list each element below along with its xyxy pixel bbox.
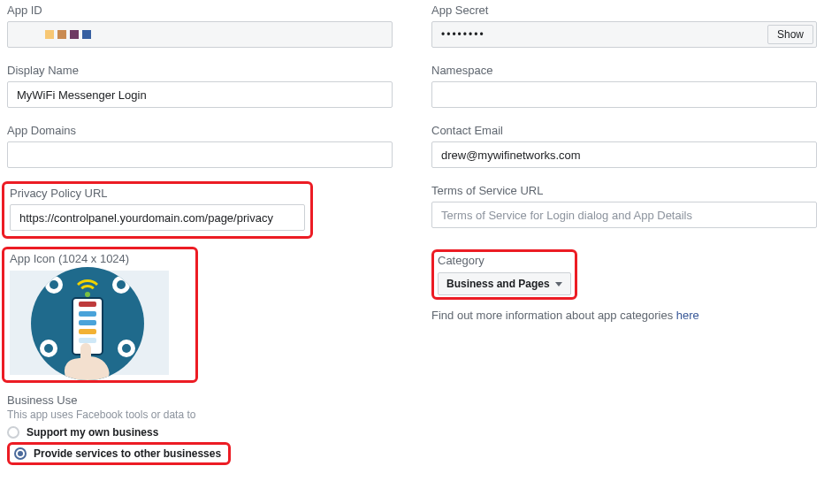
category-selected: Business and Pages [446,278,550,290]
contact-email-input[interactable] [431,141,817,168]
tos-url-input[interactable] [431,202,817,228]
app-secret-label: App Secret [431,4,817,17]
privacy-url-input[interactable] [10,204,305,231]
contact-email-label: Contact Email [431,124,817,137]
app-domains-input[interactable] [7,141,393,168]
app-icon-preview[interactable] [10,271,169,375]
app-secret-field: •••••••• Show [431,21,817,48]
category-hint: Find out more information about app cate… [431,309,817,322]
privacy-url-label: Privacy Policy URL [10,187,305,200]
display-name-label: Display Name [7,64,393,77]
show-secret-button[interactable]: Show [767,25,813,44]
tos-url-label: Terms of Service URL [431,184,817,197]
business-use-subtext: This app uses Facebook tools or data to [7,409,817,421]
highlight-app-icon: App Icon (1024 x 1024) [2,247,198,383]
radio-selected-icon [14,447,27,460]
namespace-input[interactable] [431,81,817,108]
app-icon-label: App Icon (1024 x 1024) [10,252,190,265]
app-domains-label: App Domains [7,124,393,137]
category-label: Category [438,254,571,267]
business-use-option-own[interactable]: Support my own business [7,426,817,439]
category-dropdown[interactable]: Business and Pages [438,272,571,295]
app-secret-masked: •••••••• [441,28,485,41]
app-id-value [7,21,393,48]
app-id-label: App ID [7,4,393,17]
highlight-business-use-option: Provide services to other businesses [7,442,231,465]
chevron-down-icon [555,282,562,286]
highlight-privacy-url: Privacy Policy URL [2,181,313,239]
display-name-input[interactable] [7,81,393,108]
radio-unselected-icon [7,426,19,439]
highlight-category: Category Business and Pages [431,249,577,300]
business-use-label: Business Use [7,393,817,407]
business-use-option-services[interactable]: Provide services to other businesses [34,447,221,460]
category-help-link[interactable]: here [676,309,699,322]
namespace-label: Namespace [431,64,817,77]
